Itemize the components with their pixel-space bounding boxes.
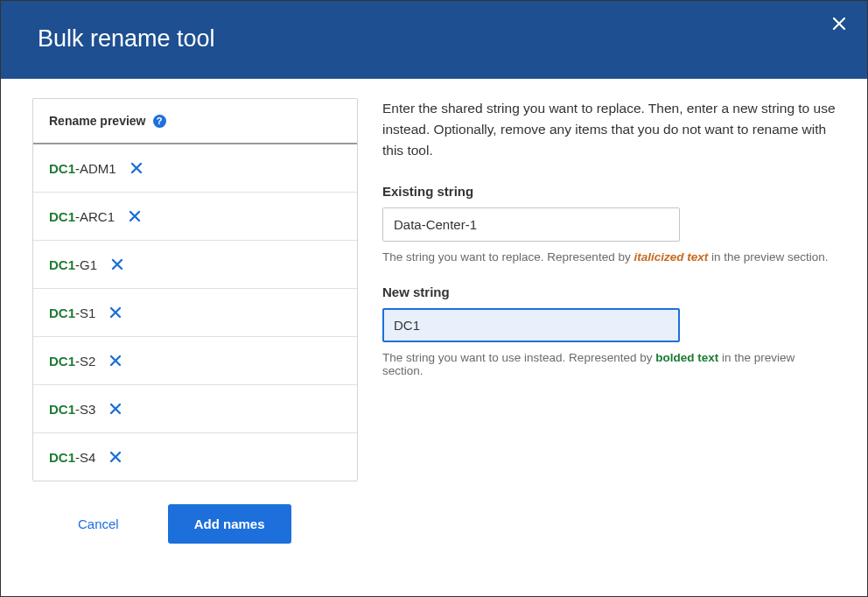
instructions-text: Enter the shared string you want to repl…	[382, 98, 836, 161]
preview-rest-part: -S2	[75, 354, 95, 369]
preview-item: DC1-ARC1	[33, 193, 357, 241]
dialog-title: Bulk rename tool	[38, 25, 215, 53]
preview-rest-part: -S1	[75, 306, 95, 320]
preview-new-part: DC1	[49, 450, 75, 465]
new-string-hint: The string you want to use instead. Repr…	[382, 351, 836, 377]
remove-item-button[interactable]	[127, 208, 143, 224]
preview-new-part: DC1	[49, 257, 75, 272]
preview-rest-part: -ADM1	[75, 161, 116, 176]
preview-new-part: DC1	[49, 354, 75, 369]
remove-item-button[interactable]	[108, 449, 123, 465]
preview-list: DC1-ADM1DC1-ARC1DC1-G1DC1-S1DC1-S2DC1-S3…	[33, 144, 357, 481]
x-icon	[109, 403, 122, 415]
existing-string-label: Existing string	[382, 184, 836, 199]
preview-header-label: Rename preview	[49, 114, 146, 128]
remove-item-button[interactable]	[108, 353, 123, 369]
remove-item-button[interactable]	[109, 256, 125, 272]
close-icon	[832, 17, 846, 31]
existing-string-input[interactable]	[382, 207, 680, 242]
preview-rest-part: -ARC1	[75, 209, 115, 224]
preview-new-part: DC1	[49, 402, 75, 417]
x-icon	[111, 258, 123, 270]
add-names-button[interactable]: Add names	[168, 504, 291, 544]
preview-item: DC1-S2	[33, 337, 357, 385]
x-icon	[130, 162, 143, 174]
preview-item: DC1-S4	[33, 433, 357, 481]
preview-item: DC1-ADM1	[33, 144, 357, 193]
close-button[interactable]	[830, 15, 848, 32]
dialog-body: Rename preview ? DC1-ADM1DC1-ARC1DC1-G1D…	[1, 79, 867, 596]
right-column: Enter the shared string you want to repl…	[382, 98, 836, 575]
new-string-group: New string The string you want to use in…	[382, 284, 836, 377]
remove-item-button[interactable]	[129, 160, 144, 176]
italicized-text-sample: italicized text	[634, 250, 708, 263]
remove-item-button[interactable]	[108, 305, 123, 320]
preview-item: DC1-S3	[33, 385, 357, 433]
x-icon	[129, 210, 141, 222]
bolded-text-sample: bolded text	[655, 351, 718, 364]
x-icon	[109, 306, 122, 319]
help-icon[interactable]: ?	[153, 115, 166, 128]
dialog-header: Bulk rename tool	[1, 1, 867, 79]
new-string-input[interactable]	[382, 308, 680, 342]
preview-rest-part: -S3	[75, 402, 95, 417]
preview-item: DC1-S1	[33, 289, 357, 337]
preview-new-part: DC1	[49, 209, 75, 224]
preview-item: DC1-G1	[33, 241, 357, 289]
button-row: Cancel Add names	[32, 504, 358, 544]
preview-header: Rename preview ?	[33, 99, 357, 144]
left-column: Rename preview ? DC1-ADM1DC1-ARC1DC1-G1D…	[32, 98, 358, 575]
preview-rest-part: -S4	[75, 450, 95, 465]
preview-rest-part: -G1	[75, 257, 97, 272]
new-string-label: New string	[382, 284, 836, 299]
preview-new-part: DC1	[49, 306, 75, 320]
cancel-button[interactable]: Cancel	[71, 506, 126, 542]
existing-string-hint: The string you want to replace. Represen…	[382, 250, 836, 263]
remove-item-button[interactable]	[108, 401, 123, 417]
rename-preview-panel: Rename preview ? DC1-ADM1DC1-ARC1DC1-G1D…	[32, 98, 358, 481]
preview-new-part: DC1	[49, 161, 75, 176]
x-icon	[109, 451, 122, 463]
x-icon	[109, 355, 122, 367]
existing-string-group: Existing string The string you want to r…	[382, 184, 836, 263]
